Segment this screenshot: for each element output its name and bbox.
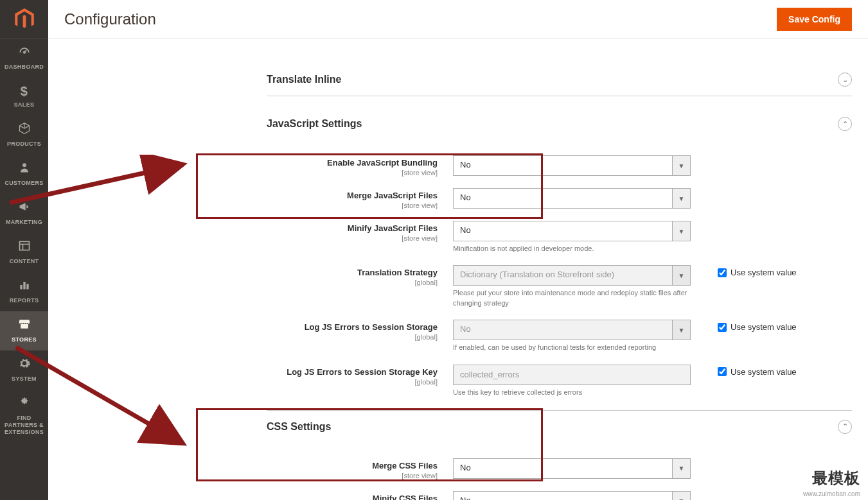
chevron-up-icon: ⌃ <box>838 117 852 131</box>
svg-rect-6 <box>20 285 22 289</box>
nav-label: STORES <box>12 336 37 343</box>
gear-icon <box>1 357 47 373</box>
field-label: Minify CSS Files <box>373 494 438 500</box>
dollar-icon: $ <box>1 84 47 99</box>
nav-label: SYSTEM <box>12 375 37 382</box>
nav-partners[interactable]: FIND PARTNERS & EXTENSIONS <box>0 390 48 443</box>
select-minify-css[interactable]: No ▼ <box>453 491 691 500</box>
field-enable-js-bundling: Enable JavaScript Bundling [store view] … <box>267 151 852 180</box>
dropdown-arrow-icon: ▼ <box>672 156 690 175</box>
dropdown-arrow-icon: ▼ <box>672 266 690 285</box>
field-note: Use this key to retrieve collected js er… <box>453 388 691 397</box>
nav-label: SALES <box>14 101 35 108</box>
nav-label: DASHBOARD <box>4 64 44 70</box>
field-scope: [global] <box>267 378 438 386</box>
svg-rect-8 <box>26 284 28 289</box>
dropdown-arrow-icon: ▼ <box>672 189 690 208</box>
select-value: Dictionary (Translation on Storefront si… <box>454 266 672 285</box>
nav-label: CUSTOMERS <box>4 180 43 186</box>
field-label: Merge CSS Files <box>372 461 438 470</box>
magento-logo[interactable] <box>0 0 48 39</box>
nav-label: REPORTS <box>10 297 39 304</box>
section-title-js: JavaScript Settings <box>267 118 362 130</box>
nav-marketing[interactable]: MARKETING <box>0 194 48 233</box>
checkbox-use-system-log-errors[interactable] <box>718 323 727 332</box>
bar-chart-icon <box>1 279 47 295</box>
megaphone-icon <box>1 200 47 216</box>
dropdown-arrow-icon: ▼ <box>672 320 690 340</box>
dashboard-icon <box>1 45 47 61</box>
nav-label: PRODUCTS <box>7 141 41 147</box>
save-config-button[interactable]: Save Config <box>777 8 852 31</box>
field-translation-strategy: Translation Strategy [global] Dictionary… <box>267 261 852 312</box>
nav-products[interactable]: PRODUCTS <box>0 116 48 155</box>
nav-label: MARKETING <box>6 219 42 225</box>
checkbox-use-system-log-key[interactable] <box>718 367 727 376</box>
nav-stores[interactable]: STORES <box>0 311 48 350</box>
dropdown-arrow-icon: ▼ <box>672 221 690 241</box>
admin-sidebar: DASHBOARD $ SALES PRODUCTS CUSTOMERS MAR… <box>0 0 48 500</box>
select-value: No <box>454 459 672 478</box>
nav-system[interactable]: SYSTEM <box>0 350 48 390</box>
checkbox-label: Use system value <box>731 322 797 332</box>
select-value: No <box>454 221 672 241</box>
select-value: No <box>454 156 672 175</box>
chevron-down-icon: ⌄ <box>838 73 852 87</box>
nav-reports[interactable]: REPORTS <box>0 272 48 311</box>
checkbox-label: Use system value <box>731 268 797 277</box>
watermark-url: www.zuimoban.com <box>803 490 860 497</box>
field-minify-js: Minify JavaScript Files [store view] No … <box>267 217 852 257</box>
field-log-js-errors: Log JS Errors to Session Storage [global… <box>267 316 852 356</box>
nav-sales[interactable]: $ SALES <box>0 78 48 116</box>
nav-label: CONTENT <box>10 258 39 264</box>
section-translate-inline[interactable]: Translate Inline ⌄ <box>267 64 852 96</box>
select-enable-js-bundling[interactable]: No ▼ <box>453 155 691 176</box>
input-log-js-errors-key <box>453 365 691 385</box>
checkbox-use-system-translation[interactable] <box>718 268 727 277</box>
section-css-settings[interactable]: CSS Settings ⌃ <box>267 410 852 443</box>
field-label: Minify JavaScript Files <box>348 223 438 233</box>
field-label: Translation Strategy <box>357 268 438 277</box>
svg-rect-3 <box>19 241 29 250</box>
dropdown-arrow-icon: ▼ <box>672 459 690 478</box>
field-note: If enabled, can be used by functional te… <box>453 343 691 352</box>
nav-customers[interactable]: CUSTOMERS <box>0 155 48 194</box>
field-note: Minification is not applied in developer… <box>453 244 691 254</box>
field-merge-js: Merge JavaScript Files [store view] No ▼ <box>267 184 852 213</box>
field-label: Log JS Errors to Session Storage Key <box>287 367 438 377</box>
select-merge-css[interactable]: No ▼ <box>453 458 691 479</box>
field-scope: [store view] <box>267 234 438 242</box>
select-translation-strategy: Dictionary (Translation on Storefront si… <box>453 265 691 286</box>
dropdown-arrow-icon: ▼ <box>672 492 690 500</box>
field-minify-css: Minify CSS Files [store view] No ▼ Minif… <box>267 487 852 500</box>
field-scope: [global] <box>267 333 438 341</box>
select-merge-js[interactable]: No ▼ <box>453 188 691 209</box>
magento-logo-icon <box>15 8 34 30</box>
select-log-js-errors: No ▼ <box>453 320 691 340</box>
section-javascript-settings[interactable]: JavaScript Settings ⌃ <box>267 108 852 140</box>
svg-point-2 <box>22 163 26 167</box>
watermark-text: 最模板 <box>812 468 860 488</box>
person-icon <box>1 161 47 177</box>
nav-content[interactable]: CONTENT <box>0 233 48 272</box>
chevron-up-icon: ⌃ <box>838 420 852 434</box>
select-value: No <box>454 492 672 500</box>
layout-icon <box>1 239 47 255</box>
page-header: Configuration Save Config <box>48 0 868 39</box>
select-value: No <box>454 189 672 208</box>
nav-label: FIND PARTNERS & EXTENSIONS <box>4 415 44 435</box>
section-title-translate-inline: Translate Inline <box>267 74 341 85</box>
nav-dashboard[interactable]: DASHBOARD <box>0 39 48 78</box>
field-scope: [global] <box>267 279 438 286</box>
field-label: Merge JavaScript Files <box>347 191 438 200</box>
select-minify-js[interactable]: No ▼ <box>453 221 691 241</box>
field-scope: [store view] <box>267 202 438 209</box>
svg-rect-7 <box>23 282 25 289</box>
box-icon <box>1 122 47 138</box>
field-label: Log JS Errors to Session Storage <box>305 322 438 332</box>
section-title-css: CSS Settings <box>267 421 331 433</box>
puzzle-icon <box>1 396 47 412</box>
field-label: Enable JavaScript Bundling <box>327 158 438 168</box>
field-merge-css: Merge CSS Files [store view] No ▼ <box>267 454 852 483</box>
checkbox-label: Use system value <box>731 367 797 377</box>
